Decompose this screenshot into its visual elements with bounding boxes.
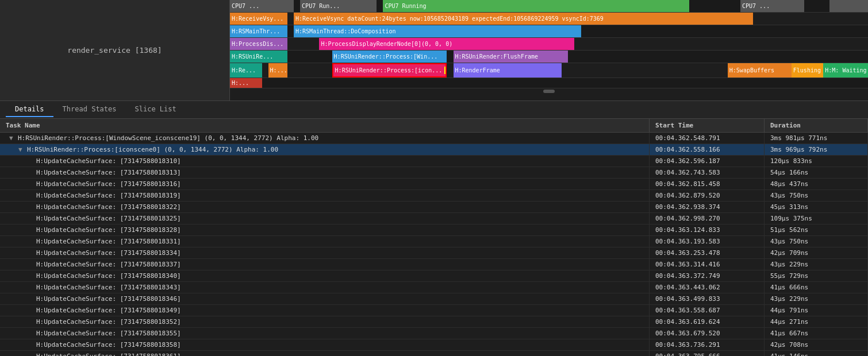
cell-start-time: 00:04.363.499.833 (650, 293, 765, 304)
cell-duration: 41μs 667ns (765, 328, 868, 339)
cell-task-name: H:UpdateCacheSurface: [73147588018313] (0, 167, 650, 178)
cell-start-time: 00:04.362.596.187 (650, 156, 765, 167)
scroll-indicator[interactable] (230, 88, 868, 94)
block-flushing[interactable]: Flushing (792, 63, 824, 78)
table-row[interactable]: H:UpdateCacheSurface: [73147588018325] 0… (0, 213, 868, 225)
cell-duration: 41μs 666ns (765, 282, 868, 293)
table-row[interactable]: H:UpdateCacheSurface: [73147588018328] 0… (0, 225, 868, 236)
cell-task-name: H:UpdateCacheSurface: [73147588018352] (0, 316, 650, 327)
table-row[interactable]: H:UpdateCacheSurface: [73147588018310] 0… (0, 156, 868, 167)
expand-icon[interactable]: ▼ (9, 134, 16, 142)
table-body: ▼H:RSUniRender::Process:[WindowScene_ico… (0, 133, 868, 356)
table-area[interactable]: Task Name Start Time Duration ▼H:RSUniRe… (0, 119, 868, 356)
track-rsunirender[interactable]: H:RSUniRe... H:RSUniRender::Process:[Win… (230, 51, 868, 63)
table-row[interactable]: ▼H:RSUniRender::Process:[WindowScene_ico… (0, 133, 868, 144)
cell-task-name: H:UpdateCacheSurface: [73147588018316] (0, 179, 650, 189)
cell-task-name: H:UpdateCacheSurface: [73147588018346] (0, 293, 650, 304)
tab-slice-list[interactable]: Slice List (126, 102, 186, 117)
table-row[interactable]: H:UpdateCacheSurface: [73147588018352] 0… (0, 316, 868, 328)
block-hi-small[interactable]: H:... (230, 78, 262, 88)
cell-duration: 43μs 750ns (765, 236, 868, 247)
cell-start-time: 00:04.362.998.270 (650, 213, 765, 224)
cell-task-name: H:UpdateCacheSurface: [73147588018349] (0, 305, 650, 316)
table-row[interactable]: H:UpdateCacheSurface: [73147588018319] 0… (0, 190, 868, 202)
block-rsmain-1[interactable]: H:RSMainThr... (230, 25, 287, 37)
cell-task-name: H:UpdateCacheSurface: [73147588018325] (0, 213, 650, 224)
table-row[interactable]: H:UpdateCacheSurface: [73147588018349] 0… (0, 305, 868, 316)
block-processdisplay-2[interactable]: H:ProcessDisplayRenderNode[0](0, 0, 0) (319, 38, 574, 50)
tabs-bar: Details Thread States Slice List (0, 100, 868, 119)
table-row[interactable]: H:UpdateCacheSurface: [73147588018322] 0… (0, 202, 868, 213)
table-row[interactable]: H:UpdateCacheSurface: [73147588018355] 0… (0, 328, 868, 339)
block-receive-vsync-2[interactable]: H:ReceiveVsync dataCount:24bytes now:105… (294, 13, 753, 25)
cell-task-name: H:UpdateCacheSurface: [73147588018310] (0, 156, 650, 167)
block-cpu7-4[interactable] (829, 0, 868, 12)
timeline-area: render_service [1368] CPU7 ... CPU7 Run.… (0, 0, 868, 100)
cell-start-time: 00:04.362.879.520 (650, 190, 765, 201)
track-receive-vsync[interactable]: H:ReceiveVsy... H:ReceiveVsync dataCount… (230, 13, 868, 25)
cell-duration: 41μs 146ns (765, 351, 868, 356)
block-rsmain-2[interactable]: H:RSMainThread::DoComposition (294, 25, 581, 37)
tracks-area[interactable]: CPU7 ... CPU7 Run... CPU7 Running CPU7 .… (230, 0, 868, 100)
cell-task-name: H:UpdateCacheSurface: [73147588018334] (0, 247, 650, 258)
cell-task-name: H:UpdateCacheSurface: [73147588018319] (0, 190, 650, 201)
table-row[interactable]: H:UpdateCacheSurface: [73147588018313] 0… (0, 167, 868, 179)
table-row[interactable]: H:UpdateCacheSurface: [73147588018337] 0… (0, 259, 868, 270)
process-label: render_service [1368] (0, 0, 230, 100)
cell-task-name: ▼H:RSUniRender::Process:[iconscene0] (0,… (0, 144, 650, 155)
table-row[interactable]: H:UpdateCacheSurface: [73147588018343] 0… (0, 282, 868, 293)
cell-task-name: H:UpdateCacheSurface: [73147588018358] (0, 339, 650, 350)
cell-duration: 45μs 313ns (765, 202, 868, 212)
table-row[interactable]: ▼H:RSUniRender::Process:[iconscene0] (0,… (0, 144, 868, 156)
cell-duration: 42μs 709ns (765, 247, 868, 258)
track-cpu7[interactable]: CPU7 ... CPU7 Run... CPU7 Running CPU7 .… (230, 0, 868, 13)
track-re-hi[interactable]: H:Re... H:... H:RSUniRender::Process:[ic… (230, 63, 868, 78)
track-rsmainthread[interactable]: H:RSMainThr... H:RSMainThread::DoComposi… (230, 25, 868, 38)
block-waitfence[interactable]: H:M: Waiting for fence enqueue (823, 63, 868, 78)
block-hi-1[interactable]: H:... (268, 63, 287, 78)
block-cpu7-1[interactable]: CPU7 ... (230, 0, 294, 12)
cell-duration: 3ms 969μs 792ns (765, 144, 868, 155)
col-start-time: Start Time (650, 119, 765, 132)
table-row[interactable]: H:UpdateCacheSurface: [73147588018334] 0… (0, 247, 868, 259)
cell-start-time: 00:04.363.314.416 (650, 259, 765, 270)
expand-icon[interactable]: ▼ (18, 146, 25, 153)
cell-duration: 43μs 750ns (765, 190, 868, 201)
table-row[interactable]: H:UpdateCacheSurface: [73147588018331] 0… (0, 236, 868, 247)
block-rsunirender-win[interactable]: H:RSUniRender::Process:[Win... (332, 51, 447, 63)
cell-duration: 55μs 729ns (765, 270, 868, 281)
table-row[interactable]: H:UpdateCacheSurface: [73147588018316] 0… (0, 179, 868, 190)
cell-duration: 43μs 229ns (765, 293, 868, 304)
cell-start-time: 00:04.362.548.791 (650, 133, 765, 144)
cell-start-time: 00:04.363.795.666 (650, 351, 765, 356)
track-hi-only[interactable]: H:... (230, 78, 868, 88)
table-row[interactable]: H:UpdateCacheSurface: [73147588018358] 0… (0, 339, 868, 351)
cell-task-name: H:UpdateCacheSurface: [73147588018340] (0, 270, 650, 281)
block-swapbuffers[interactable]: H:SwapBuffers (728, 63, 792, 78)
cell-start-time: 00:04.363.619.624 (650, 316, 765, 327)
block-receive-vsync-1[interactable]: H:ReceiveVsy... (230, 13, 287, 25)
cell-duration: 44μs 791ns (765, 305, 868, 316)
block-rsunirender-flush[interactable]: H:RSUniRender:FlushFrame (454, 51, 569, 63)
block-cpu7-running[interactable]: CPU7 Running (383, 0, 689, 12)
block-processdisplay-1[interactable]: H:ProcessDis... (230, 38, 287, 50)
block-cpu7-3[interactable]: CPU7 ... (740, 0, 804, 12)
block-iconscene-selected[interactable]: H:RSUniRender::Process:[icon... (332, 63, 447, 78)
cell-start-time: 00:04.363.443.062 (650, 282, 765, 293)
block-renderframe[interactable]: H:RenderFrame (454, 63, 562, 78)
cell-duration: 3ms 981μs 771ns (765, 133, 868, 144)
table-row[interactable]: H:UpdateCacheSurface: [73147588018346] 0… (0, 293, 868, 305)
cell-start-time: 00:04.363.253.478 (650, 247, 765, 258)
table-row[interactable]: H:UpdateCacheSurface: [73147588018340] 0… (0, 270, 868, 282)
block-cpu7-2[interactable]: CPU7 Run... (300, 0, 377, 12)
block-rsunirender-1[interactable]: H:RSUniRe... (230, 51, 287, 63)
cell-duration: 120μs 833ns (765, 156, 868, 167)
tab-details[interactable]: Details (6, 102, 53, 117)
cell-start-time: 00:04.363.736.291 (650, 339, 765, 350)
cell-task-name: H:UpdateCacheSurface: [73147588018355] (0, 328, 650, 339)
cell-duration: 44μs 271ns (765, 316, 868, 327)
block-re-1[interactable]: H:Re... (230, 63, 262, 78)
table-row[interactable]: H:UpdateCacheSurface: [73147588018361] 0… (0, 351, 868, 356)
track-processdisplay[interactable]: H:ProcessDis... H:ProcessDisplayRenderNo… (230, 38, 868, 51)
tab-thread-states[interactable]: Thread States (53, 102, 126, 117)
